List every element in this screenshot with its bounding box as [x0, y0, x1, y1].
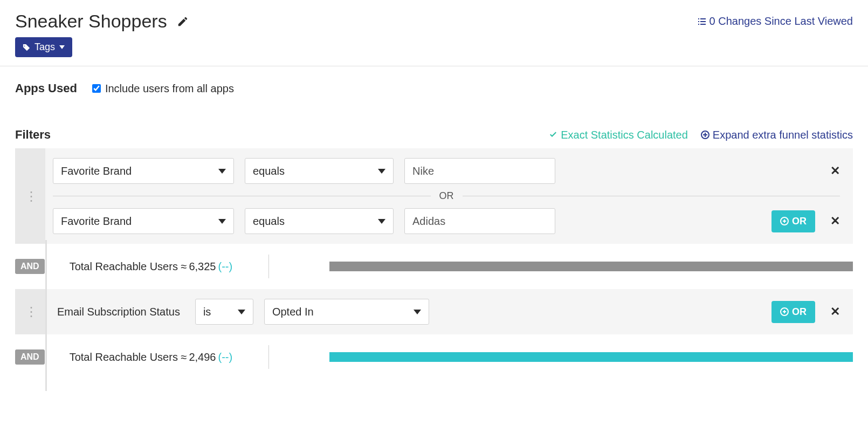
and-chip: AND: [15, 259, 45, 274]
chevron-down-icon: [378, 169, 385, 174]
check-icon: [549, 131, 557, 139]
expand-funnel-text: Expand extra funnel statistics: [713, 129, 853, 141]
chevron-down-icon: [59, 45, 65, 49]
chevron-down-icon: [414, 310, 421, 314]
stat-bar: [329, 352, 853, 362]
changes-link[interactable]: 0 Changes Since Last Viewed: [698, 15, 853, 28]
tag-icon: [23, 44, 30, 51]
filter-group-2: ⋮ Email Subscription Status is Opted In …: [15, 289, 853, 334]
add-or-button[interactable]: OR: [771, 301, 815, 323]
remove-filter-button[interactable]: ✕: [830, 214, 840, 228]
filter-attribute-value: Favorite Brand: [61, 165, 132, 177]
add-or-label: OR: [792, 216, 807, 227]
chevron-down-icon: [238, 310, 245, 314]
plus-circle-icon: [780, 307, 789, 316]
filter-attribute-select[interactable]: Favorite Brand: [53, 158, 234, 184]
filter-attribute-value: Favorite Brand: [61, 215, 132, 228]
filter-value-input[interactable]: [404, 158, 555, 184]
or-divider: OR: [53, 190, 840, 202]
filter-operator-value: equals: [253, 165, 285, 177]
chevron-down-icon: [378, 219, 385, 224]
filter-operator-select[interactable]: equals: [245, 208, 394, 234]
drag-handle[interactable]: ⋮: [15, 289, 45, 334]
edit-icon[interactable]: [177, 16, 189, 28]
divider-line: [53, 196, 431, 196]
remove-filter-button[interactable]: ✕: [830, 164, 840, 178]
stats-calculated: Exact Statistics Calculated: [549, 129, 688, 141]
divider: [0, 66, 868, 66]
filter-operator-value: equals: [253, 215, 285, 228]
stat-value: 2,496: [189, 351, 216, 363]
filter-value-text: Opted In: [272, 306, 314, 318]
and-chip: AND: [15, 349, 45, 365]
filter-attribute-label: Email Subscription Status: [53, 306, 184, 318]
stat-text: Total Reachable Users ≈ 2,496 (--): [70, 351, 232, 363]
list-icon: [698, 17, 706, 26]
stat-row-1: AND Total Reachable Users ≈ 6,325 (--): [15, 259, 853, 274]
add-or-label: OR: [792, 306, 807, 318]
stat-text: Total Reachable Users ≈ 6,325 (--): [70, 260, 232, 273]
filter-group-1: ⋮ Favorite Brand equals ✕ OR: [15, 148, 853, 244]
filter-operator-value: is: [203, 306, 211, 318]
vertical-divider: [268, 345, 269, 369]
include-all-apps-text: Include users from all apps: [105, 83, 234, 95]
chevron-down-icon: [218, 219, 226, 224]
filter-operator-select[interactable]: is: [195, 299, 253, 325]
tags-label: Tags: [35, 42, 55, 53]
vertical-divider: [268, 255, 269, 278]
chevron-down-icon: [218, 169, 226, 174]
stat-value: 6,325: [189, 260, 216, 273]
expand-funnel-link[interactable]: Expand extra funnel statistics: [701, 129, 853, 141]
filter-value-input[interactable]: [404, 208, 555, 234]
stat-delta: (--): [218, 260, 232, 273]
stat-label: Total Reachable Users ≈: [70, 351, 187, 363]
filter-value-select[interactable]: Opted In: [264, 299, 429, 325]
divider-line: [463, 196, 841, 196]
page-title: Sneaker Shoppers: [15, 11, 167, 32]
stats-calculated-text: Exact Statistics Calculated: [561, 129, 688, 141]
remove-filter-button[interactable]: ✕: [830, 305, 840, 319]
add-or-button[interactable]: OR: [771, 210, 815, 232]
filter-attribute-select[interactable]: Favorite Brand: [53, 208, 234, 234]
stat-row-2: AND Total Reachable Users ≈ 2,496 (--): [15, 349, 853, 365]
include-all-apps-checkbox[interactable]: [92, 84, 101, 93]
filter-operator-select[interactable]: equals: [245, 158, 394, 184]
drag-dots-icon: ⋮: [25, 195, 36, 198]
stat-delta: (--): [218, 351, 232, 363]
drag-handle[interactable]: ⋮: [15, 148, 45, 244]
tags-button[interactable]: Tags: [15, 37, 72, 57]
changes-text: 0 Changes Since Last Viewed: [709, 15, 853, 28]
stat-label: Total Reachable Users ≈: [70, 260, 187, 273]
plus-circle-icon: [701, 131, 709, 139]
apps-used-label: Apps Used: [15, 81, 77, 95]
filters-label: Filters: [15, 128, 51, 142]
or-divider-label: OR: [439, 190, 454, 202]
drag-dots-icon: ⋮: [25, 310, 36, 313]
stat-bar: [329, 262, 853, 271]
include-all-apps-label[interactable]: Include users from all apps: [92, 83, 234, 95]
plus-circle-icon: [780, 217, 789, 225]
